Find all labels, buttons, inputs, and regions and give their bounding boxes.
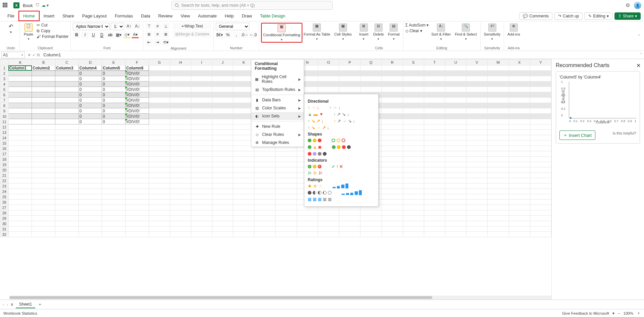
column-header[interactable]: R [382, 59, 403, 65]
cell[interactable] [212, 82, 233, 87]
cell[interactable] [509, 157, 530, 162]
cell[interactable] [79, 146, 102, 151]
cell[interactable] [191, 173, 212, 178]
iconset-option[interactable]: ↑→↓ [308, 105, 319, 110]
cell[interactable] [276, 221, 297, 226]
cell[interactable] [125, 141, 149, 146]
iconset-option[interactable]: ▂▄▆█ [333, 183, 348, 188]
iconset-option[interactable]: ▲◆ [308, 145, 322, 149]
cell[interactable] [8, 103, 32, 108]
cell[interactable] [55, 103, 79, 108]
cell[interactable] [445, 167, 466, 173]
cell[interactable] [102, 173, 126, 178]
cell[interactable]: Column3 [55, 65, 79, 71]
cell[interactable] [254, 216, 276, 221]
cell[interactable] [530, 71, 551, 76]
cell[interactable] [212, 141, 233, 146]
column-header[interactable]: V [466, 59, 487, 65]
cell[interactable] [254, 151, 276, 157]
cell[interactable] [55, 226, 79, 232]
cell[interactable] [191, 194, 212, 200]
cell[interactable] [149, 114, 170, 119]
cell[interactable] [8, 135, 32, 141]
cell[interactable] [32, 210, 55, 216]
row-header[interactable]: 27 [0, 205, 9, 210]
row-header[interactable]: 25 [0, 194, 9, 200]
cell[interactable] [339, 71, 360, 76]
cell[interactable] [445, 200, 466, 205]
cell[interactable] [509, 103, 530, 108]
zoom-in-icon[interactable]: ＋ [637, 311, 641, 316]
cell[interactable] [32, 130, 55, 135]
cell[interactable] [125, 216, 149, 221]
cell[interactable] [170, 65, 191, 71]
cell[interactable] [191, 226, 212, 232]
cell[interactable] [8, 183, 32, 189]
cell[interactable] [466, 216, 487, 221]
cell[interactable] [170, 183, 191, 189]
cell[interactable] [79, 173, 102, 178]
cell[interactable] [339, 210, 360, 216]
cell[interactable] [382, 167, 403, 173]
user-avatar[interactable]: 👤 [634, 2, 641, 9]
row-header[interactable]: 20 [0, 167, 9, 173]
cell[interactable] [445, 124, 466, 130]
iconset-option[interactable]: ⚐⚐⚐ [308, 171, 323, 175]
cell[interactable] [382, 87, 403, 92]
iconset-option[interactable]: ↑↗→↘↓ [334, 118, 355, 123]
cell[interactable] [445, 135, 466, 141]
cell[interactable] [403, 183, 424, 189]
cell[interactable]: 0 [102, 76, 126, 82]
cell[interactable] [530, 232, 551, 237]
cell[interactable] [212, 194, 233, 200]
cell[interactable] [488, 216, 509, 221]
number-format-select[interactable]: General [216, 23, 249, 30]
cell[interactable] [276, 200, 297, 205]
cell[interactable] [360, 76, 382, 82]
cell[interactable] [445, 151, 466, 157]
cell[interactable] [509, 124, 530, 130]
cell[interactable] [79, 221, 102, 226]
cell[interactable] [191, 183, 212, 189]
strikethrough-button[interactable]: ab [106, 32, 114, 38]
cell[interactable] [170, 92, 191, 98]
cell[interactable] [424, 178, 445, 183]
cell[interactable] [149, 130, 170, 135]
cell[interactable] [488, 103, 509, 108]
cell[interactable] [318, 87, 339, 92]
cell[interactable]: Column5 [102, 65, 126, 71]
cell[interactable]: 0 [102, 114, 126, 119]
cell[interactable] [149, 108, 170, 114]
cell[interactable] [212, 119, 233, 124]
cell[interactable] [212, 183, 233, 189]
cell[interactable] [212, 189, 233, 194]
cell[interactable] [530, 189, 551, 194]
cell[interactable] [79, 124, 102, 130]
cell[interactable] [55, 167, 79, 173]
cell[interactable] [424, 183, 445, 189]
cell[interactable] [382, 146, 403, 151]
cell[interactable] [318, 65, 339, 71]
column-header[interactable]: P [339, 59, 360, 65]
cell[interactable] [509, 146, 530, 151]
enter-formula-icon[interactable]: ✓ [32, 53, 36, 57]
cell[interactable] [149, 65, 170, 71]
cell[interactable] [360, 221, 382, 226]
cell[interactable] [509, 130, 530, 135]
cell[interactable] [55, 200, 79, 205]
cell[interactable] [360, 216, 382, 221]
tab-formulas[interactable]: Formulas [111, 11, 137, 20]
cell[interactable] [191, 221, 212, 226]
cell[interactable] [424, 216, 445, 221]
cell[interactable] [360, 65, 382, 71]
cell[interactable] [403, 194, 424, 200]
cell[interactable] [466, 141, 487, 146]
cell[interactable] [32, 82, 55, 87]
decrease-decimal-button[interactable]: ←.0 [249, 32, 257, 38]
cell[interactable] [149, 221, 170, 226]
cell[interactable] [8, 216, 32, 221]
cell[interactable] [424, 210, 445, 216]
cell[interactable] [32, 189, 55, 194]
cell[interactable] [382, 130, 403, 135]
cell[interactable] [466, 65, 487, 71]
